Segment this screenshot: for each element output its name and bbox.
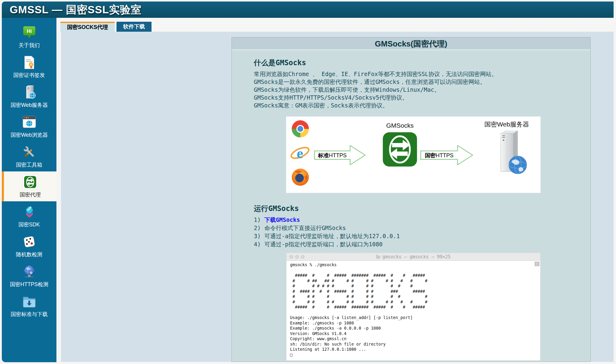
globe-network-icon <box>22 264 37 279</box>
terminal-titlebar: gmsocks — gmsocks — 99×25 <box>286 253 540 261</box>
gmsocks-node: GMSocks <box>381 122 418 168</box>
web-browser-icon <box>22 114 37 130</box>
zoom-window-button[interactable] <box>301 255 305 259</box>
sidebar-item-label: 国密Web服务器 <box>11 101 48 109</box>
sidebar-item-cert-issue[interactable]: 国密证书签发 <box>2 52 56 82</box>
run-steps: 1)下载GMSocks 2)命令行模式下直接运行GMSocks 3)可通过-a指… <box>254 216 590 248</box>
gm-https-arrow: 国密HTTPS <box>420 144 474 168</box>
paragraph-line: GMSocks支持HTTP/HTTPS/SocksV4/Socksv5代理协议。 <box>254 94 590 101</box>
run-step: 4)可通过-p指定代理监听端口，默认端口为1080 <box>254 240 590 248</box>
sidebar-item-label: 国密证书签发 <box>13 72 45 79</box>
architecture-diagram: e <box>286 117 541 193</box>
sidebar-item-label: 国密Web浏览器 <box>11 131 48 139</box>
gm-web-server-node: 国密Web服务器 <box>478 120 535 178</box>
internet-explorer-icon: e <box>290 143 310 164</box>
gmsocks-panel: GMSocks(国密代理) 什么是GMSocks 常用浏览器如Chrome 、 … <box>231 37 591 362</box>
what-paragraph: 常用浏览器如Chrome 、 Edge、IE、FireFox等都不支持国密SSL… <box>254 70 590 109</box>
run-heading: 运行GMSocks <box>254 204 590 213</box>
app-header: GMSSL — 国密SSL实验室 <box>2 2 614 18</box>
arrow-label: 标准HTTPS <box>314 152 351 159</box>
panel-body: 什么是GMSocks 常用浏览器如Chrome 、 Edge、IE、FireFo… <box>232 50 590 361</box>
content-area: GMSocks(国密代理) 什么是GMSocks 常用浏览器如Chrome 、 … <box>61 32 614 362</box>
sidebar-item-about[interactable]: Hi 关于我们 <box>2 22 56 52</box>
sidebar-item-label: 国密HTTPS检测 <box>10 281 48 288</box>
tab-bar: 国密SOCKS代理 软件下载 <box>56 18 614 32</box>
terminal-scrollbar-icon[interactable] <box>535 262 539 266</box>
paragraph-line: GMSocks是一款永久免费的国密代理软件，通过GMSocks，任意浏览器可以访… <box>254 78 590 86</box>
sidebar: Hi 关于我们 国密证书签发 <box>2 18 56 362</box>
certificate-icon <box>22 55 36 70</box>
folder-icon <box>376 256 380 259</box>
sidebar-item-standards-download[interactable]: 国密标准与下载 <box>2 291 56 321</box>
sidebar-item-random-check[interactable]: 随机数检测 <box>2 231 56 261</box>
window-controls <box>289 255 305 259</box>
gm-web-server-label: 国密Web服务器 <box>478 120 535 129</box>
toolbox-icon <box>22 144 37 160</box>
proxy-icon <box>22 174 38 190</box>
paragraph-line: GMSocks寓意：GM表示国密，Socks表示代理协议。 <box>254 101 590 109</box>
paragraph-line: GMSocks为绿色软件，下载后解压即可使，支持Windows/Linux/Ma… <box>254 86 590 94</box>
sidebar-item-label: 国密代理 <box>20 191 41 198</box>
run-step: 1)下载GMSocks <box>254 216 590 224</box>
gmsocks-label: GMSocks <box>381 122 418 129</box>
server-tower-icon <box>484 129 529 177</box>
sidebar-item-web-browser[interactable]: 国密Web浏览器 <box>2 112 56 142</box>
sidebar-item-https-check[interactable]: 国密HTTPS检测 <box>2 261 56 291</box>
download-gmsocks-link[interactable]: 下载GMSocks <box>264 216 300 223</box>
dice-icon <box>22 234 37 250</box>
svg-text:Hi: Hi <box>27 28 32 34</box>
terminal-title: gmsocks — gmsocks — 99×25 <box>286 253 540 261</box>
sidebar-item-label: 国密SDK <box>18 221 40 228</box>
paragraph-line: 常用浏览器如Chrome 、 Edge、IE、FireFox等都不支持国密SSL… <box>254 70 590 78</box>
page: GMSSL — 国密SSL实验室 Hi 关于我们 <box>0 0 616 364</box>
arrow-label: 国密HTTPS <box>420 152 458 159</box>
terminal-output: gmsocks % ./gmsocks ##### # # ##### ####… <box>286 261 540 360</box>
hi-bubble-icon: Hi <box>22 25 37 40</box>
sidebar-item-label: 国密工具箱 <box>16 161 43 168</box>
sidebar-item-label: 随机数检测 <box>16 251 43 258</box>
minimize-window-button[interactable] <box>295 255 299 259</box>
sidebar-item-toolbox[interactable]: 国密工具箱 <box>2 142 56 171</box>
run-step: 2)命令行模式下直接运行GMSocks <box>254 224 590 232</box>
web-server-icon <box>22 85 37 100</box>
tab-software-download[interactable]: 软件下载 <box>116 22 152 32</box>
terminal-window: gmsocks — gmsocks — 99×25 gmsocks % ./gm… <box>286 253 541 361</box>
what-heading: 什么是GMSocks <box>254 58 590 68</box>
sidebar-item-sdk[interactable]: SDK 国密SDK <box>2 201 56 231</box>
terminal-body: gmsocks % ./gmsocks ##### # # ##### ####… <box>286 261 540 360</box>
svg-text:e: e <box>297 145 303 161</box>
app-title: GMSSL — 国密SSL实验室 <box>10 2 142 18</box>
firefox-icon <box>291 168 310 187</box>
sidebar-item-label: 国密标准与下载 <box>11 311 48 318</box>
sidebar-item-label: 关于我们 <box>19 42 40 49</box>
standard-https-arrow: 标准HTTPS <box>314 144 366 168</box>
download-folder-icon <box>22 294 37 309</box>
sdk-stack-icon: SDK <box>22 204 37 220</box>
close-window-button[interactable] <box>289 255 293 259</box>
chrome-icon <box>291 120 310 138</box>
sidebar-item-web-server[interactable]: 国密Web服务器 <box>2 82 56 112</box>
sidebar-item-proxy[interactable]: 国密代理 <box>2 171 56 201</box>
gmsocks-icon <box>382 132 418 167</box>
run-step: 3)可通过-a指定代理监听地址，默认地址为127.0.0.1 <box>254 232 590 240</box>
panel-title: GMSocks(国密代理) <box>232 37 590 50</box>
tab-gm-socks-proxy[interactable]: 国密SOCKS代理 <box>60 22 115 32</box>
